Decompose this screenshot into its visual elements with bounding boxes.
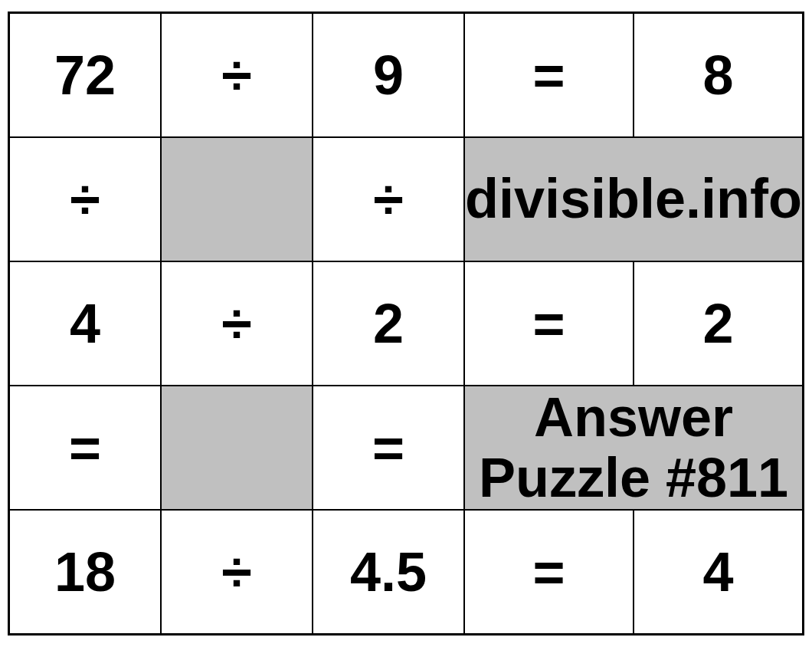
result-cell: 2 [634,261,804,386]
table-row: 72 ÷ 9 = 8 [8,13,803,138]
puzzle-container: 72 ÷ 9 = 8 ÷ ÷ divisible.info 4 ÷ 2 = 2 … [0,0,812,647]
division-puzzle-grid: 72 ÷ 9 = 8 ÷ ÷ divisible.info 4 ÷ 2 = 2 … [8,11,804,636]
result-cell: 4 [634,510,804,635]
result-cell: 8 [634,13,804,138]
operand-cell: 4.5 [313,510,464,635]
operator-cell: ÷ [8,137,161,261]
equals-cell: = [464,13,634,138]
equals-cell: = [464,510,634,635]
operator-cell: ÷ [313,137,464,261]
operand-cell: 9 [313,13,464,138]
table-row: = = Answer Puzzle #811 [8,386,803,510]
operand-cell: 4 [8,261,161,386]
equals-cell: = [313,386,464,510]
blank-cell [161,386,313,510]
table-row: 4 ÷ 2 = 2 [8,261,803,386]
operator-cell: ÷ [161,510,313,635]
blank-cell [161,137,313,261]
site-label-cell: divisible.info [464,137,804,261]
equals-cell: = [464,261,634,386]
table-row: 18 ÷ 4.5 = 4 [8,510,803,635]
table-row: ÷ ÷ divisible.info [8,137,803,261]
operand-cell: 18 [8,510,161,635]
operator-cell: ÷ [161,13,313,138]
operator-cell: ÷ [161,261,313,386]
answer-label-cell: Answer Puzzle #811 [464,386,804,510]
operand-cell: 2 [313,261,464,386]
operand-cell: 72 [8,13,161,138]
equals-cell: = [8,386,161,510]
